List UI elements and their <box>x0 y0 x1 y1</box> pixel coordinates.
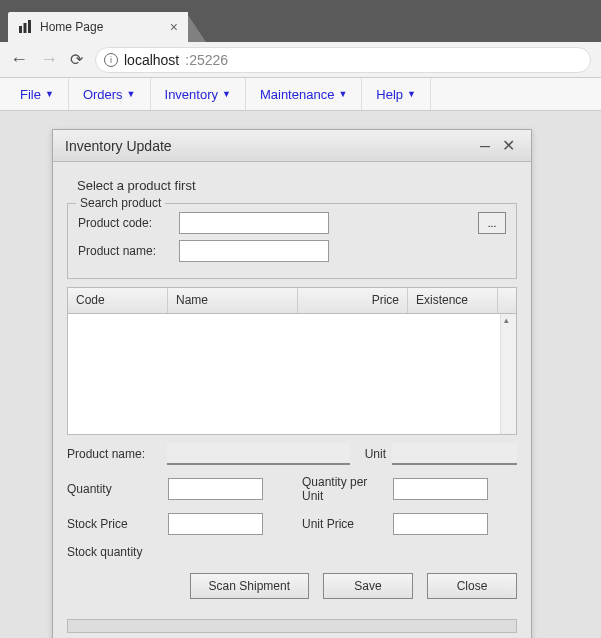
reload-icon[interactable]: ⟳ <box>70 50 83 69</box>
page-icon <box>18 20 32 34</box>
chevron-down-icon: ▼ <box>127 89 136 99</box>
menu-maintenance[interactable]: Maintenance▼ <box>246 78 362 110</box>
scrollbar[interactable] <box>500 314 516 434</box>
stock-price-input[interactable] <box>168 513 263 535</box>
menu-file[interactable]: File▼ <box>6 78 69 110</box>
new-tab-shape[interactable] <box>186 12 206 42</box>
qty-per-unit-label: Quantity per Unit <box>302 475 387 503</box>
scan-shipment-button[interactable]: Scan Shipment <box>190 573 309 599</box>
close-button[interactable]: Close <box>427 573 517 599</box>
chevron-down-icon: ▼ <box>222 89 231 99</box>
grid-header: Code Name Price Existence <box>68 288 516 314</box>
address-bar: ← → ⟳ i localhost:25226 <box>0 42 601 78</box>
dialog-body: Select a product first Search product Pr… <box>53 162 531 615</box>
form-product-name-input[interactable] <box>167 443 350 465</box>
content-area: Inventory Update – ✕ Select a product fi… <box>0 111 601 638</box>
svg-rect-0 <box>19 26 22 33</box>
product-grid: Code Name Price Existence <box>67 287 517 435</box>
dialog-titlebar[interactable]: Inventory Update – ✕ <box>53 130 531 162</box>
browser-titlebar <box>0 0 601 10</box>
quantity-input[interactable] <box>168 478 263 500</box>
col-code[interactable]: Code <box>68 288 168 313</box>
search-product-fieldset: Search product Product code: ... Product… <box>67 203 517 279</box>
tab-title: Home Page <box>40 20 170 34</box>
col-spacer <box>498 288 516 313</box>
chevron-down-icon: ▼ <box>407 89 416 99</box>
minimize-icon[interactable]: – <box>472 135 498 156</box>
grid-body[interactable] <box>68 314 516 434</box>
chevron-down-icon: ▼ <box>338 89 347 99</box>
product-name-input[interactable] <box>179 240 329 262</box>
url-port: :25226 <box>185 52 228 68</box>
col-price[interactable]: Price <box>298 288 408 313</box>
stock-price-label: Stock Price <box>67 517 162 531</box>
menu-inventory[interactable]: Inventory▼ <box>151 78 246 110</box>
qty-per-unit-input[interactable] <box>393 478 488 500</box>
dialog-title: Inventory Update <box>65 138 472 154</box>
product-code-input[interactable] <box>179 212 329 234</box>
close-icon[interactable]: ✕ <box>498 136 519 155</box>
product-name-label: Product name: <box>78 244 173 258</box>
quantity-label: Quantity <box>67 482 162 496</box>
form-product-name-label: Product name: <box>67 447 161 461</box>
save-button[interactable]: Save <box>323 573 413 599</box>
unit-price-label: Unit Price <box>302 517 387 531</box>
lookup-button[interactable]: ... <box>478 212 506 234</box>
url-host: localhost <box>124 52 179 68</box>
svg-rect-2 <box>28 20 31 33</box>
unit-input[interactable] <box>392 443 517 465</box>
col-existence[interactable]: Existence <box>408 288 498 313</box>
url-input[interactable]: i localhost:25226 <box>95 47 591 73</box>
browser-tab-bar: Home Page × <box>0 10 601 42</box>
chevron-down-icon: ▼ <box>45 89 54 99</box>
fieldset-legend: Search product <box>76 196 165 210</box>
menu-help[interactable]: Help▼ <box>362 78 431 110</box>
product-code-label: Product code: <box>78 216 173 230</box>
back-icon[interactable]: ← <box>10 49 28 70</box>
unit-price-input[interactable] <box>393 513 488 535</box>
form-area: Product name: Unit Quantity Quantity per… <box>67 437 517 607</box>
info-icon[interactable]: i <box>104 53 118 67</box>
col-name[interactable]: Name <box>168 288 298 313</box>
button-row: Scan Shipment Save Close <box>67 569 517 607</box>
inventory-update-dialog: Inventory Update – ✕ Select a product fi… <box>52 129 532 638</box>
unit-label: Unit <box>356 447 386 461</box>
browser-tab[interactable]: Home Page × <box>8 12 188 42</box>
menu-orders[interactable]: Orders▼ <box>69 78 151 110</box>
forward-icon: → <box>40 49 58 70</box>
stock-quantity-label: Stock quantity <box>67 545 162 559</box>
close-icon[interactable]: × <box>170 19 178 35</box>
app-menu-bar: File▼ Orders▼ Inventory▼ Maintenance▼ He… <box>0 78 601 111</box>
svg-rect-1 <box>24 23 27 33</box>
status-strip <box>67 619 517 633</box>
